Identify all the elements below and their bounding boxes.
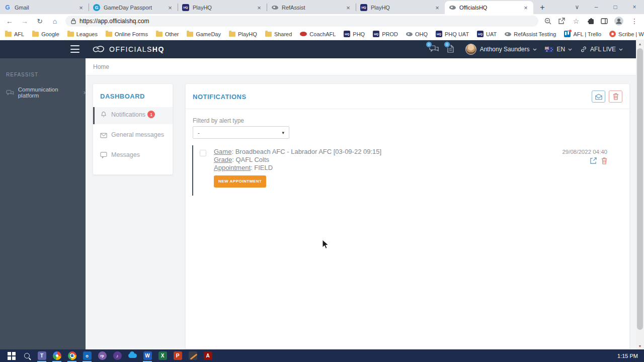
tab-gmail[interactable]: G Gmail × <box>0 1 89 14</box>
taskbar-powerpoint[interactable]: P <box>170 349 185 362</box>
bookmark-folder-leagues[interactable]: Leagues <box>67 31 98 37</box>
window-close-button[interactable]: × <box>625 4 644 11</box>
taskbar-search-button[interactable] <box>19 349 34 362</box>
menu-hamburger-icon[interactable] <box>70 45 79 53</box>
close-icon[interactable]: × <box>77 4 85 12</box>
page-scrollbar[interactable]: ▲ ▼ <box>636 40 644 349</box>
tab-search-chevron-icon[interactable]: ∨ <box>568 4 587 11</box>
bookmark-folder-shared[interactable]: Shared <box>265 31 292 37</box>
bookmark-ohq[interactable]: OHQ <box>406 31 428 37</box>
notifications-header: NOTIFICATIONS <box>186 84 629 109</box>
link-icon <box>580 46 587 53</box>
forward-button[interactable]: → <box>20 17 29 25</box>
notification-checkbox[interactable] <box>200 150 206 156</box>
caret-down-icon: ▾ <box>282 130 284 135</box>
bookmark-phq[interactable]: HQPHQ <box>344 31 365 37</box>
notifications-title: NOTIFICATIONS <box>193 93 247 101</box>
documents-notification-button[interactable]: 0 <box>447 45 457 54</box>
browser-menu-icon[interactable]: ⋮ <box>630 17 639 25</box>
zoom-icon[interactable] <box>544 18 551 25</box>
bookmark-refassist-testing[interactable]: RefAssist Testing <box>505 31 556 37</box>
bookmark-scribe-workspace[interactable]: Scribe | Workspace <box>609 31 644 37</box>
scrollbar-thumb[interactable] <box>637 48 643 330</box>
close-icon[interactable]: × <box>256 4 263 12</box>
language-menu[interactable]: EN <box>545 46 572 53</box>
tab-refassist[interactable]: RefAssist × <box>267 1 356 14</box>
taskbar-music-app[interactable]: ♪ <box>110 349 125 362</box>
bookmark-label: GameDay <box>196 31 221 37</box>
breadcrumb[interactable]: Home <box>93 63 109 70</box>
messages-notification-button[interactable]: 0 <box>429 45 439 54</box>
afl-live-menu[interactable]: AFL LIVE <box>580 46 623 53</box>
taskbar-teams[interactable]: T <box>34 349 49 362</box>
notifications-card: NOTIFICATIONS Filterd by alert type - ▾ <box>185 83 630 349</box>
dashboard-item-notifications[interactable]: Notifications1 <box>93 107 173 124</box>
bookmark-afl-trello[interactable]: AFL | Trello <box>564 31 601 37</box>
bookmark-folder-afl[interactable]: AFL <box>5 31 24 37</box>
tab-gameday-passport[interactable]: G GameDay Passport × <box>89 1 178 14</box>
edit-icon[interactable] <box>590 157 597 164</box>
bookmark-star-icon[interactable]: ☆ <box>572 17 581 25</box>
side-panel-icon[interactable] <box>601 18 608 25</box>
taskbar-outlook[interactable]: o <box>79 349 95 362</box>
music-app-icon: ♪ <box>113 351 122 360</box>
home-button[interactable]: ⌂ <box>50 17 59 25</box>
alert-type-select[interactable]: - ▾ <box>193 126 289 139</box>
tab-playhq-2[interactable]: HQ PlayHQ × <box>356 1 445 14</box>
tab-playhq-1[interactable]: HQ PlayHQ × <box>178 1 267 14</box>
rp-app-icon: rp <box>98 351 107 360</box>
tab-officialshq-active[interactable]: OfficialsHQ × <box>445 1 533 14</box>
taskbar-draw-app[interactable] <box>185 349 200 362</box>
taskbar-excel[interactable]: X <box>155 349 170 362</box>
mark-read-button[interactable] <box>592 90 605 103</box>
taskbar-onedrive[interactable] <box>125 349 140 362</box>
whistle-icon <box>505 32 511 36</box>
address-bar[interactable]: https://app.officialshq.com <box>65 16 538 27</box>
start-button[interactable] <box>4 349 19 362</box>
left-sidebar: REFASSIST Communication platform › <box>0 58 86 349</box>
bookmark-coachafl[interactable]: CoachAFL <box>300 31 336 37</box>
bookmark-prod[interactable]: HQPROD <box>373 31 398 37</box>
reload-button[interactable]: ↻ <box>35 17 44 25</box>
user-menu[interactable]: Anthony Saunders <box>465 44 537 55</box>
profile-avatar-icon[interactable] <box>614 17 623 26</box>
share-icon[interactable] <box>558 18 565 25</box>
folder-icon <box>106 32 112 37</box>
bookmark-phq-uat[interactable]: HQPHQ UAT <box>436 31 469 37</box>
taskbar-rp-app[interactable]: rp <box>95 349 110 362</box>
bookmark-folder-other[interactable]: Other <box>156 31 179 37</box>
mouse-cursor <box>322 239 329 249</box>
menu-label: Notifications <box>111 111 145 118</box>
bookmark-folder-gameday[interactable]: GameDay <box>187 31 221 37</box>
new-tab-button[interactable]: + <box>536 2 548 14</box>
notifications-count-badge: 1 <box>147 111 155 118</box>
taskbar-acrobat[interactable]: A <box>200 349 215 362</box>
taskbar-chrome[interactable] <box>64 349 79 362</box>
bookmark-folder-playhq[interactable]: PlayHQ <box>229 31 257 37</box>
dashboard-item-general-messages[interactable]: General messages <box>93 127 173 144</box>
colorful-browser-icon <box>53 351 61 360</box>
close-icon[interactable]: × <box>167 4 174 12</box>
extensions-puzzle-icon[interactable] <box>587 18 594 25</box>
trash-icon[interactable] <box>601 157 607 164</box>
taskbar-browser-app[interactable] <box>49 349 64 362</box>
bookmark-folder-online-forms[interactable]: Online Forms <box>106 31 148 37</box>
close-icon[interactable]: × <box>345 4 352 12</box>
scroll-down-icon[interactable]: ▼ <box>636 342 644 349</box>
taskbar-clock[interactable]: 1:15 PM <box>617 353 644 359</box>
maximize-button[interactable]: □ <box>606 4 625 11</box>
close-icon[interactable]: × <box>522 4 529 12</box>
bookmark-uat[interactable]: HQUAT <box>477 31 497 37</box>
scroll-up-icon[interactable]: ▲ <box>636 40 644 47</box>
minimize-button[interactable]: – <box>587 4 606 11</box>
notification-item[interactable]: Game: Broadbeach AFC - Labrador AFC [03-… <box>200 148 629 188</box>
back-button[interactable]: ← <box>5 17 14 25</box>
close-icon[interactable]: × <box>434 4 441 12</box>
sidebar-item-communication-platform[interactable]: Communication platform › <box>6 86 86 99</box>
menu-label: Messages <box>111 151 140 158</box>
bookmark-folder-google[interactable]: Google <box>32 31 59 37</box>
taskbar-word[interactable]: W <box>140 349 155 362</box>
notification-timestamp: 29/08/2022 04:40 <box>562 149 607 155</box>
dashboard-item-messages[interactable]: Messages <box>93 147 173 164</box>
delete-all-button[interactable] <box>609 90 622 103</box>
